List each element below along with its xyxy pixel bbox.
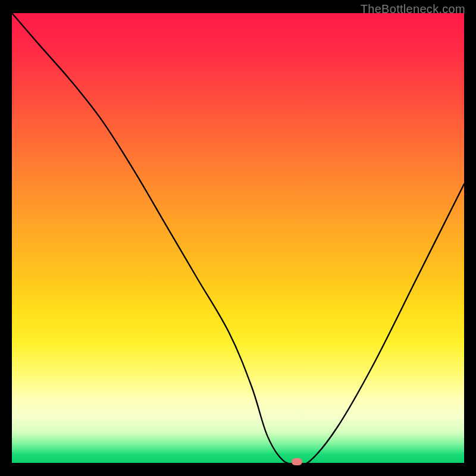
optimal-marker (292, 458, 302, 465)
chart-frame: TheBottleneck.com (0, 0, 476, 476)
plot-area (12, 13, 464, 463)
curve-path (12, 13, 464, 463)
bottleneck-curve (12, 13, 464, 463)
